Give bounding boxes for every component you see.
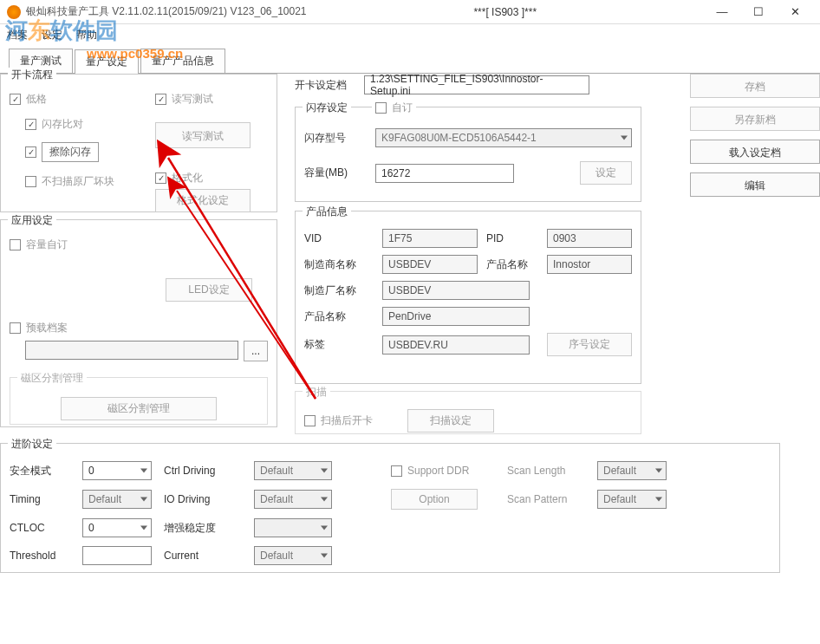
scan-settings-button[interactable]: 扫描设定: [407, 409, 494, 433]
advanced-group: 进阶设定 安全模式 0 Ctrl Driving Default Support…: [0, 443, 780, 573]
open-flow-group: 开卡流程 低格 闪存比对 擦除闪存 不扫描原厂坏块: [0, 74, 277, 212]
product-info-legend: 产品信息: [303, 205, 351, 219]
chk-flash-custom-row: 自订: [372, 101, 416, 115]
option-button[interactable]: Option: [391, 489, 478, 510]
timing-select[interactable]: Default: [82, 490, 152, 509]
chk-support-ddr-row: Support DDR: [391, 465, 495, 477]
ctloc-select[interactable]: 0: [82, 518, 152, 537]
current-label: Current: [164, 550, 242, 562]
preload-path-field: [25, 341, 238, 360]
safe-mode-select[interactable]: 0: [82, 461, 152, 480]
scan-length-label: Scan Length: [507, 465, 585, 477]
tab-settings[interactable]: 量产设定: [75, 49, 139, 74]
chk-capacity-custom-row: 容量自订: [10, 237, 268, 252]
ctloc-label: CTLOC: [10, 522, 70, 534]
chk-capacity-custom[interactable]: [10, 239, 21, 250]
preload-browse-button[interactable]: ...: [244, 341, 268, 361]
chk-format[interactable]: [155, 172, 166, 184]
scan-pattern-select[interactable]: Default: [597, 490, 667, 509]
chk-scan-after-row: 扫描后开卡: [304, 413, 373, 428]
advanced-legend: 进阶设定: [8, 437, 56, 452]
app-setting-group: 应用设定 容量自订 LED设定 预载档案 ... 磁区分割管理 磁区分割管理: [0, 219, 277, 427]
vid-label: VID: [304, 232, 374, 244]
chk-lowformat[interactable]: [10, 94, 21, 105]
chk-support-ddr[interactable]: [391, 465, 402, 477]
window-subtitle: ***[ IS903 ]***: [307, 6, 704, 18]
pid-label: PID: [486, 232, 538, 244]
chk-rwtest[interactable]: [155, 94, 166, 105]
timing-label: Timing: [10, 493, 70, 505]
stable-label: 增强稳定度: [164, 521, 242, 536]
flash-set-button[interactable]: 设定: [580, 161, 632, 185]
mfr-field: USBDEV: [382, 255, 478, 274]
app-icon: [7, 5, 21, 19]
flash-model-label: 闪存型号: [304, 131, 365, 146]
profile-label: 开卡设定档: [295, 78, 347, 93]
tag-label: 标签: [304, 337, 374, 352]
chk-scan-after[interactable]: [304, 415, 316, 426]
rwtest-button[interactable]: 读写测试: [155, 122, 251, 148]
current-select[interactable]: Default: [254, 546, 332, 565]
safe-mode-label: 安全模式: [10, 464, 70, 478]
stable-select[interactable]: [254, 518, 332, 537]
save-profile-button[interactable]: 存档: [690, 74, 820, 98]
app-setting-legend: 应用设定: [8, 213, 56, 228]
pname2-label: 产品名称: [304, 309, 374, 324]
partition-button[interactable]: 磁区分割管理: [61, 397, 217, 420]
chk-preload-row: 预载档案: [10, 321, 268, 335]
factory-label: 制造厂名称: [304, 283, 374, 298]
ctrl-driving-label: Ctrl Driving: [164, 465, 242, 477]
partition-group: 磁区分割管理 磁区分割管理: [10, 377, 268, 425]
format-settings-button[interactable]: 格式化设定: [155, 189, 251, 212]
chk-lowformat-row: 低格: [10, 92, 146, 107]
partition-legend: 磁区分割管理: [17, 371, 87, 386]
chk-flash-compare[interactable]: [25, 119, 36, 130]
minimize-button[interactable]: —: [704, 1, 740, 23]
edit-profile-button[interactable]: 编辑: [690, 172, 820, 197]
product-info-group: 产品信息 VID 1F75 PID 0903 制造商名称 USBDEV 产品名称…: [295, 211, 641, 384]
menu-file[interactable]: 档案: [7, 28, 28, 42]
scan-group: 扫描 扫描后开卡 扫描设定: [295, 391, 641, 434]
menu-help[interactable]: 帮助: [76, 28, 97, 42]
window-title: 银灿科技量产工具 V2.11.02.11(2015/09/21) V123_06…: [26, 4, 307, 19]
pname-label: 产品名称: [486, 257, 538, 272]
io-driving-label: IO Driving: [164, 493, 242, 505]
flash-setting-legend: 闪存设定: [303, 101, 351, 115]
menu-settings[interactable]: 设定: [42, 28, 62, 42]
threshold-field[interactable]: [82, 546, 152, 565]
vid-field: 1F75: [382, 229, 478, 248]
close-button[interactable]: ✕: [777, 1, 813, 23]
led-settings-button[interactable]: LED设定: [166, 278, 252, 302]
titlebar: 银灿科技量产工具 V2.11.02.11(2015/09/21) V123_06…: [0, 0, 820, 24]
chk-erase-flash[interactable]: [25, 146, 36, 158]
menubar: 档案 设定 帮助: [0, 24, 820, 45]
threshold-label: Threshold: [10, 550, 70, 562]
factory-field: USBDEV: [382, 281, 530, 300]
maximize-button[interactable]: ☐: [740, 1, 777, 23]
load-profile-button[interactable]: 载入设定档: [690, 140, 820, 164]
flash-model-select[interactable]: K9FAG08U0M-ECD5106A5442-1: [375, 128, 632, 147]
chk-flash-custom[interactable]: [375, 102, 387, 114]
pname2-field: PenDrive: [382, 307, 530, 326]
pid-field: 0903: [547, 229, 632, 248]
chk-format-row: 格式化: [155, 171, 268, 185]
chk-rwtest-row: 读写测试: [155, 92, 268, 107]
capacity-field[interactable]: 16272: [375, 164, 514, 183]
scan-pattern-label: Scan Pattern: [507, 493, 585, 505]
ctrl-driving-select[interactable]: Default: [254, 461, 332, 480]
io-driving-select[interactable]: Default: [254, 490, 332, 509]
tag-field: USBDEV.RU: [382, 335, 530, 355]
tab-product-info[interactable]: 量产产品信息: [140, 49, 225, 73]
mfr-label: 制造商名称: [304, 257, 374, 272]
profile-path-field[interactable]: 1.23\SETTING_FILE_IS903\Innostor-Setup.i…: [364, 75, 589, 94]
scan-length-select[interactable]: Default: [597, 461, 667, 480]
chk-preload[interactable]: [10, 322, 21, 334]
saveas-profile-button[interactable]: 另存新档: [690, 107, 820, 131]
chk-no-scan-bad[interactable]: [25, 176, 36, 187]
tab-strip: 量产测试 量产设定 量产产品信息: [0, 45, 820, 74]
serial-settings-button[interactable]: 序号设定: [547, 333, 632, 356]
open-flow-legend: 开卡流程: [8, 68, 56, 82]
chk-flash-compare-row: 闪存比对: [25, 117, 146, 132]
scan-legend: 扫描: [303, 385, 330, 400]
flash-setting-group: 闪存设定 自订 闪存型号 K9FAG08U0M-ECD5106A5442-1 容…: [295, 107, 641, 202]
